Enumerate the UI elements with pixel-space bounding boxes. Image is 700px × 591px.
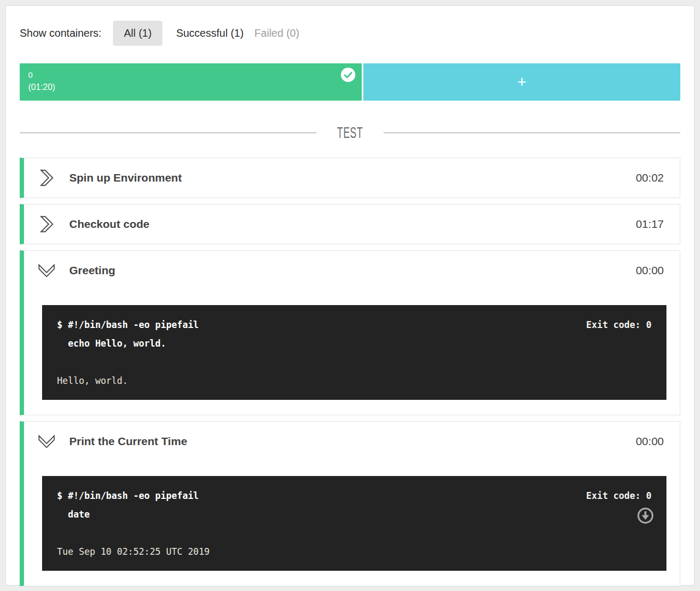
- step-title: Checkout code: [69, 218, 150, 231]
- step-header-print-current-time[interactable]: Print the Current Time 00:00: [24, 422, 680, 461]
- step-row-checkout-code: Checkout code 01:17: [20, 204, 680, 244]
- plus-icon: +: [517, 74, 527, 90]
- exit-code-badge: Exit code: 0: [586, 316, 652, 334]
- container-index: 0: [28, 69, 353, 81]
- terminal-output-greeting: $ #!/bin/bash -eo pipefail echo Hello, w…: [42, 305, 666, 400]
- command-line: $ #!/bin/bash -eo pipefail: [57, 316, 652, 334]
- chevron-right-icon: [39, 214, 54, 234]
- container-duration: (01:20): [28, 81, 353, 94]
- blank-line: [57, 524, 652, 543]
- step-row-greeting: Greeting 00:00 $ #!/bin/bash -eo pipefai…: [20, 250, 680, 415]
- filter-failed-button[interactable]: Failed (0): [249, 21, 304, 46]
- test-section-divider: TEST: [20, 124, 680, 142]
- blank-line: [57, 353, 652, 372]
- output-line: Tue Sep 10 02:52:25 UTC 2019: [57, 543, 652, 561]
- job-steps-panel: Show containers: All (1) Successful (1) …: [5, 5, 695, 586]
- step-duration: 00:02: [636, 171, 664, 184]
- steps-list: Spin up Environment 00:02 Checkout code …: [20, 158, 680, 586]
- step-duration: 00:00: [636, 264, 664, 277]
- success-check-icon: [340, 67, 356, 83]
- command-line: $ #!/bin/bash -eo pipefail: [57, 487, 652, 505]
- add-container-button[interactable]: +: [363, 63, 680, 101]
- terminal-output-print-current-time: $ #!/bin/bash -eo pipefail date Tue Sep …: [42, 476, 666, 571]
- container-0-tab[interactable]: 0 (01:20): [20, 63, 362, 101]
- divider-line-left: [20, 133, 316, 134]
- divider-line-right: [384, 133, 680, 134]
- exit-code-badge: Exit code: 0: [586, 487, 652, 505]
- step-header-checkout-code[interactable]: Checkout code 01:17: [24, 204, 680, 244]
- chevron-down-icon: [37, 434, 57, 449]
- step-title: Print the Current Time: [69, 435, 187, 448]
- parallel-runs-bar: 0 (01:20) +: [20, 63, 680, 101]
- output-line: Hello, world.: [57, 372, 652, 390]
- step-row-print-current-time: Print the Current Time 00:00 $ #!/bin/ba…: [20, 421, 680, 586]
- step-title: Spin up Environment: [69, 171, 182, 184]
- step-duration: 01:17: [636, 218, 664, 231]
- command-line: date: [57, 505, 652, 524]
- step-header-spin-up-environment[interactable]: Spin up Environment 00:02: [24, 158, 680, 198]
- step-row-spin-up-environment: Spin up Environment 00:02: [20, 158, 680, 198]
- command-line: echo Hello, world.: [57, 334, 652, 353]
- filter-all-button[interactable]: All (1): [113, 21, 162, 46]
- filter-successful-button[interactable]: Successful (1): [171, 21, 249, 46]
- step-title: Greeting: [69, 264, 115, 277]
- chevron-down-icon: [37, 263, 57, 278]
- step-header-greeting[interactable]: Greeting 00:00: [24, 251, 680, 290]
- chevron-right-icon: [39, 168, 54, 188]
- step-duration: 00:00: [636, 435, 664, 448]
- container-filter-bar: Show containers: All (1) Successful (1) …: [20, 20, 680, 46]
- download-output-icon[interactable]: [637, 507, 654, 524]
- test-section-title: TEST: [337, 124, 363, 142]
- show-containers-label: Show containers:: [20, 27, 101, 39]
